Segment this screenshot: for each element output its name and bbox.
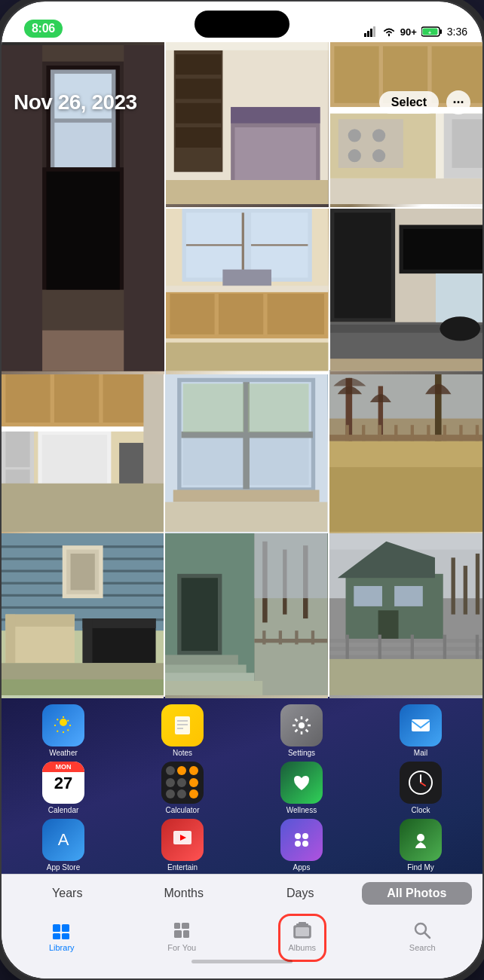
photo-kitchen4[interactable] [2, 370, 164, 535]
app-icon-apps[interactable]: Apps [244, 819, 359, 872]
svg-rect-1 [367, 31, 369, 37]
home-indicator [191, 960, 293, 963]
svg-point-188 [295, 833, 301, 839]
svg-rect-29 [235, 127, 317, 184]
svg-rect-171 [329, 659, 482, 695]
status-time: 8:06 [24, 20, 63, 38]
app-icon-appstore[interactable]: A App Store [6, 819, 121, 872]
svg-rect-16 [46, 172, 119, 290]
app-icon-calendar[interactable]: MON 27 Calendar [6, 762, 121, 814]
photo-porch[interactable] [2, 533, 164, 698]
tab-albums[interactable]: Albums [242, 917, 363, 955]
photo-window[interactable] [165, 370, 327, 535]
app-icon-clock[interactable]: Clock [363, 762, 478, 814]
photo-kitchen1[interactable] [330, 42, 482, 207]
app-icon-calculator[interactable]: Calculator [125, 762, 240, 814]
dynamic-island [195, 11, 289, 38]
app-icon-settings[interactable]: Settings [244, 704, 359, 757]
kitchen4-svg [2, 370, 164, 532]
svg-rect-172 [451, 557, 455, 614]
svg-line-184 [421, 783, 425, 786]
bedroom-svg [166, 42, 328, 204]
svg-rect-128 [71, 554, 95, 590]
status-time-right: 3:36 [447, 26, 467, 38]
svg-rect-168 [410, 635, 413, 664]
svg-rect-154 [311, 630, 314, 644]
svg-rect-165 [329, 655, 482, 658]
photo-stairs[interactable] [165, 533, 327, 698]
svg-rect-59 [223, 270, 272, 286]
svg-rect-164 [329, 647, 482, 651]
svg-rect-110 [410, 425, 413, 443]
window-svg [165, 370, 327, 532]
status-right-area: 90+ + 3:36 [364, 26, 467, 38]
svg-rect-97 [248, 383, 309, 432]
stairs-svg [165, 533, 327, 695]
svg-rect-60 [166, 343, 328, 371]
svg-rect-169 [443, 635, 446, 664]
app-icon-findmy[interactable]: Find My [363, 819, 478, 872]
svg-rect-136 [2, 679, 164, 696]
row4-grid [2, 533, 482, 695]
svg-rect-133 [83, 618, 156, 628]
albums-label: Albums [288, 943, 316, 952]
svg-rect-112 [443, 425, 446, 443]
svg-rect-31 [166, 42, 328, 50]
svg-rect-109 [394, 425, 397, 443]
app-icon-mail[interactable]: Mail [363, 704, 478, 757]
svg-rect-56 [219, 294, 263, 334]
svg-rect-113 [459, 425, 462, 443]
filter-allphotos[interactable]: All Photos [362, 882, 473, 905]
svg-point-175 [60, 719, 67, 726]
svg-rect-106 [345, 425, 348, 443]
filter-years[interactable]: Years [12, 882, 123, 905]
signal-icon [364, 26, 378, 37]
svg-rect-78 [5, 430, 29, 466]
app-icon-notes[interactable]: Notes [125, 704, 240, 757]
albums-icon [292, 920, 313, 941]
svg-rect-30 [166, 180, 328, 204]
photo-bedroom[interactable] [166, 42, 328, 207]
photo-yard1[interactable] [329, 370, 482, 535]
svg-rect-46 [330, 179, 482, 204]
svg-point-190 [295, 841, 301, 847]
svg-rect-181 [412, 719, 430, 731]
filter-months[interactable]: Months [129, 882, 240, 905]
svg-rect-131 [5, 615, 15, 664]
photo-living1[interactable] [330, 209, 482, 374]
svg-rect-170 [475, 635, 478, 664]
svg-rect-95 [182, 431, 313, 438]
svg-rect-23 [176, 54, 221, 75]
app-icon-entertainment[interactable]: Entertain [125, 819, 240, 872]
app-icon-weather[interactable]: Weather [6, 704, 121, 757]
svg-text:+: + [428, 30, 431, 35]
kitchen1-svg [330, 42, 482, 204]
svg-rect-3 [373, 26, 375, 37]
tab-search[interactable]: Search [363, 917, 483, 955]
svg-rect-86 [2, 483, 164, 532]
photo-kitchen2[interactable] [166, 209, 328, 374]
svg-rect-152 [279, 630, 282, 644]
tab-for-you[interactable]: For You [122, 917, 243, 955]
svg-rect-2 [370, 29, 372, 37]
svg-rect-0 [364, 33, 366, 37]
living1-svg [330, 209, 482, 371]
svg-rect-5 [440, 29, 442, 34]
app-icon-wellness[interactable]: Wellness [244, 762, 359, 814]
yard1-svg [329, 370, 482, 532]
svg-rect-83 [119, 443, 143, 487]
svg-rect-55 [170, 294, 215, 334]
svg-rect-69 [436, 273, 482, 322]
phone-frame: 8:06 90+ [0, 0, 484, 980]
photo-scroll-area[interactable]: Nov 26, 2023 Select ··· [2, 2, 482, 874]
more-button[interactable]: ··· [446, 90, 470, 114]
photo-yard2[interactable] [329, 533, 482, 698]
svg-rect-41 [338, 119, 403, 168]
svg-point-44 [348, 149, 360, 162]
svg-rect-81 [42, 435, 107, 484]
select-button[interactable]: Select [379, 91, 439, 114]
tab-library[interactable]: Library [2, 917, 122, 955]
date-header-overlay: Nov 26, 2023 Select ··· [2, 83, 482, 121]
svg-rect-64 [334, 213, 391, 319]
filter-days[interactable]: Days [245, 882, 356, 905]
